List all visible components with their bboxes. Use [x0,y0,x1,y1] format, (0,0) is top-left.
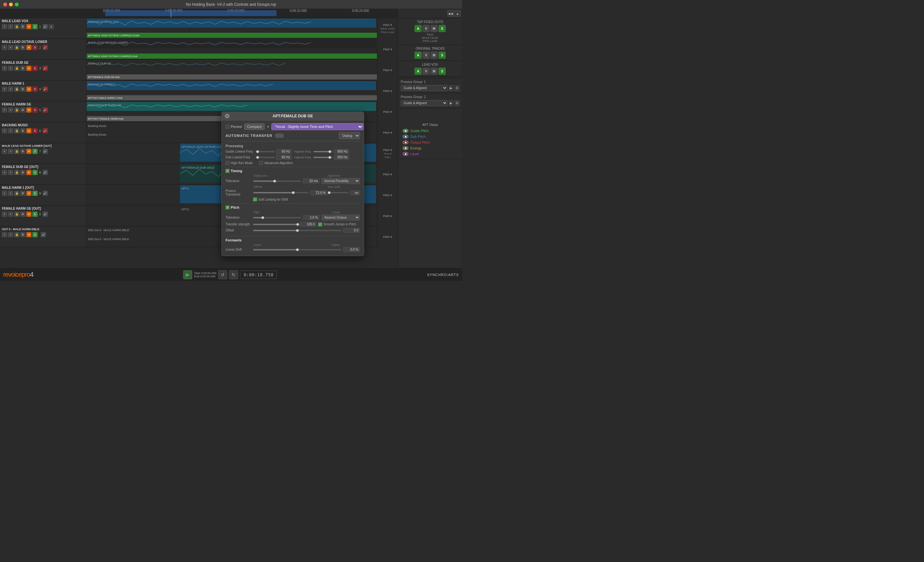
max-shift-slider[interactable] [329,192,348,193]
vol-btn-8[interactable]: 🔊 [43,170,48,175]
guide-lowest-slider[interactable] [256,151,275,152]
tp-btn-a[interactable]: A [414,25,422,32]
lock-btn-2[interactable]: 🔒 [14,45,19,50]
add-btn-10[interactable]: + [2,212,7,217]
guide-highest-slider[interactable] [314,151,333,152]
add-btn-2[interactable]: + [2,45,7,50]
apt-view-level[interactable]: Level [400,151,460,157]
lock-btn-4[interactable]: 🔒 [14,87,19,92]
advanced-alg-checkbox[interactable] [259,161,263,165]
gear-btn-11[interactable]: ⚙ [20,232,26,237]
pitch-tolerance-slider[interactable] [253,217,301,218]
m-btn-8[interactable]: M [26,170,32,175]
s-btn-10[interactable]: S [32,212,38,217]
formants-slider[interactable] [253,249,341,250]
ot-btn-v[interactable]: V [423,52,430,59]
rewind-button[interactable]: ↺ [218,270,227,279]
gear-btn-8[interactable]: ⚙ [20,170,26,175]
lock-btn-1[interactable]: 🔒 [14,24,19,29]
apt-view-output-pitch[interactable]: Output Pitch [400,139,460,145]
m-btn-5[interactable]: M [26,108,32,112]
add-btn-9b[interactable]: + [8,191,13,196]
apt-modal[interactable]: ✕ APT:FEMALE DUB GE Pinned Compare ▾ *Vo… [221,112,364,256]
apt-view-guide-pitch[interactable]: Guide Pitch [400,128,460,134]
auto-transfer-toggle[interactable] [275,133,284,138]
pg2-settings-icon[interactable]: ⚙ [454,100,459,106]
play-button[interactable]: ▶ [183,270,192,279]
tp-btn-s[interactable]: S [439,25,446,32]
ot-btn-s[interactable]: S [439,52,446,59]
add-btn-5[interactable]: + [2,108,7,112]
pitch-alignment-select[interactable]: Nearest Octave [321,214,360,221]
add-btn-1b[interactable]: + [8,24,13,29]
pinned-checkbox[interactable] [225,125,230,129]
gear-btn-6[interactable]: ⚙ [20,128,26,133]
dub-lowest-slider[interactable] [256,157,275,158]
timing-alignment-select[interactable]: Normal Flexibility [321,178,360,184]
vol-btn-1[interactable]: 🔊 [43,24,48,29]
add-btn-6b[interactable]: + [8,128,13,133]
high-res-checkbox[interactable] [225,161,230,165]
add-btn-2b[interactable]: + [8,45,13,50]
tp-btn-m[interactable]: M [430,25,438,32]
m-btn-10[interactable]: M [26,212,32,217]
maximize-button[interactable] [15,3,19,6]
pitch-offset-slider[interactable] [253,230,341,231]
dub-highest-slider[interactable] [314,157,333,158]
vol-btn-4[interactable]: 🔊 [43,87,48,92]
vol-btn-3[interactable]: 🔊 [43,66,48,71]
pitch-checkbox[interactable]: ✓ [225,205,230,209]
add-btn-11[interactable]: + [2,232,7,237]
lv-btn-v[interactable]: V [423,68,430,75]
soft-limiting-checkbox[interactable]: ✓ [253,197,257,201]
m-btn-4[interactable]: M [26,87,32,92]
gear-btn-7[interactable]: ⚙ [20,149,26,154]
gear-btn-3[interactable]: ⚙ [20,66,26,71]
smooth-jumps-checkbox[interactable]: ✓ [318,223,322,226]
add-btn-9[interactable]: + [2,191,7,196]
lv-btn-m[interactable]: M [430,68,438,75]
lock-btn-7[interactable]: 🔒 [14,149,19,154]
add-btn-8[interactable]: + [2,170,7,175]
add-btn-10b[interactable]: + [8,212,13,217]
forward-button[interactable]: ↻ [229,270,238,279]
gear-btn-2[interactable]: ⚙ [20,45,26,50]
pg1-play-icon[interactable]: ▶ [449,85,454,91]
gear-btn-1[interactable]: ⚙ [20,24,26,29]
pg1-settings-icon[interactable]: ⚙ [454,85,459,91]
gear-btn-9[interactable]: ⚙ [20,191,26,196]
apt-view-dub-pitch[interactable]: Dub Pitch [400,134,460,139]
arrow-left-icon[interactable]: ◀◀ [447,10,454,16]
ot-btn-a[interactable]: A [414,52,422,59]
s-btn-11[interactable]: S [32,232,38,237]
s-btn-9[interactable]: S [32,191,38,196]
add-btn-8b[interactable]: + [8,170,13,175]
s-btn-3[interactable]: S [32,66,38,71]
compare-button[interactable]: Compare [244,123,264,130]
add-btn-3b[interactable]: + [8,66,13,71]
add-btn-3[interactable]: + [2,66,7,71]
minimize-button[interactable] [9,3,13,6]
add-btn-4b[interactable]: + [8,87,13,92]
m-btn-3[interactable]: M [26,66,32,71]
vol-btn-2[interactable]: 🔊 [43,45,48,50]
gear-btn-4[interactable]: ⚙ [20,87,26,92]
add-btn-7b[interactable]: + [8,149,13,154]
tp-btn-v[interactable]: V [423,25,430,32]
timing-checkbox[interactable]: ✓ [225,169,230,173]
add-btn-7[interactable]: + [2,149,7,154]
vol-btn-7[interactable]: 🔊 [43,149,48,154]
transfer-strength-slider[interactable] [253,224,298,225]
m-btn-2[interactable]: M [26,45,32,50]
lv-btn-a[interactable]: A [414,68,422,75]
lock-btn-11[interactable]: 🔒 [14,232,19,237]
m-btn-9[interactable]: M [26,191,32,196]
dialog-select[interactable]: Dialog [339,132,360,139]
vol-btn-6[interactable]: 🔊 [43,128,48,133]
add-btn-5b[interactable]: + [8,108,13,112]
pg2-play-icon[interactable]: ▶ [449,100,454,106]
s-btn-5[interactable]: S [32,108,38,112]
apt-view-energy[interactable]: Energy [400,145,460,151]
pg1-select[interactable]: Guide & Aligned [401,85,448,91]
m-btn-6[interactable]: M [26,128,32,133]
